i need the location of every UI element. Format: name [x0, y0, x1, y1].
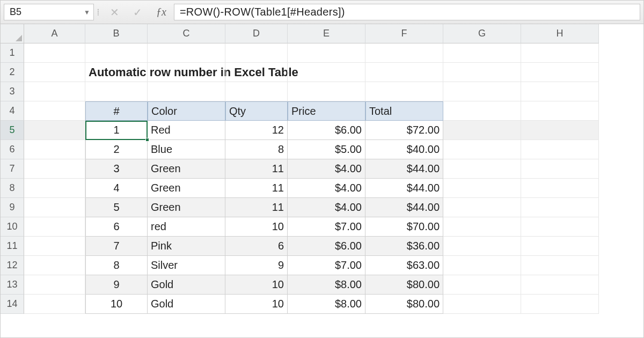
cell-B9[interactable]: 5: [85, 198, 148, 217]
cell-A5[interactable]: [24, 121, 85, 140]
cell-D11[interactable]: 6: [225, 237, 288, 256]
cell-C1[interactable]: [148, 43, 225, 63]
cell-E13[interactable]: $8.00: [288, 275, 365, 295]
cell-H1[interactable]: [521, 43, 599, 63]
cell-H3[interactable]: [521, 82, 599, 101]
cell-B2[interactable]: Automatic row number in Excel Table: [85, 63, 148, 82]
fill-handle[interactable]: [145, 138, 149, 142]
table-header-qty[interactable]: Qty: [225, 101, 288, 121]
cell-A1[interactable]: [24, 43, 85, 63]
cell-C3[interactable]: [148, 82, 225, 101]
cell-D13[interactable]: 10: [225, 275, 288, 295]
cell-E2[interactable]: [288, 63, 365, 82]
cell-H11[interactable]: [521, 237, 599, 256]
col-D[interactable]: D: [225, 24, 288, 43]
cell-B14[interactable]: 10: [85, 295, 148, 314]
row-5[interactable]: 5: [1, 121, 24, 140]
cell-G6[interactable]: [443, 140, 521, 159]
cell-G7[interactable]: [443, 159, 521, 179]
cell-A11[interactable]: [24, 237, 85, 256]
cell-D10[interactable]: 10: [225, 217, 288, 237]
row-11[interactable]: 11: [1, 237, 24, 256]
row-3[interactable]: 3: [1, 82, 24, 101]
cell-B11[interactable]: 7: [85, 237, 148, 256]
cell-G14[interactable]: [443, 295, 521, 314]
cell-G2[interactable]: [443, 63, 521, 82]
name-box[interactable]: B5 ▼: [4, 4, 94, 20]
cell-E1[interactable]: [288, 43, 365, 63]
cell-D7[interactable]: 11: [225, 159, 288, 179]
cell-G3[interactable]: [443, 82, 521, 101]
row-6[interactable]: 6: [1, 140, 24, 159]
col-F[interactable]: F: [365, 24, 443, 43]
cell-B13[interactable]: 9: [85, 275, 148, 295]
cell-A2[interactable]: [24, 63, 85, 82]
cancel-icon[interactable]: ✕: [110, 6, 119, 19]
row-12[interactable]: 12: [1, 256, 24, 275]
cell-H10[interactable]: [521, 217, 599, 237]
cell-E8[interactable]: $4.00: [288, 179, 365, 198]
cell-F14[interactable]: $80.00: [365, 295, 443, 314]
cell-C13[interactable]: Gold: [148, 275, 225, 295]
cell-D12[interactable]: 9: [225, 256, 288, 275]
cell-D3[interactable]: [225, 82, 288, 101]
cell-F11[interactable]: $36.00: [365, 237, 443, 256]
cell-F8[interactable]: $44.00: [365, 179, 443, 198]
row-10[interactable]: 10: [1, 217, 24, 237]
cell-F12[interactable]: $63.00: [365, 256, 443, 275]
cell-C12[interactable]: Silver: [148, 256, 225, 275]
cell-D5[interactable]: 12: [225, 121, 288, 140]
col-C[interactable]: C: [148, 24, 225, 43]
enter-icon[interactable]: ✓: [133, 6, 142, 19]
cell-G10[interactable]: [443, 217, 521, 237]
cell-B12[interactable]: 8: [85, 256, 148, 275]
cell-F3[interactable]: [365, 82, 443, 101]
cell-C6[interactable]: Blue: [148, 140, 225, 159]
cell-C11[interactable]: Pink: [148, 237, 225, 256]
cell-H9[interactable]: [521, 198, 599, 217]
row-1[interactable]: 1: [1, 43, 24, 63]
cell-C7[interactable]: Green: [148, 159, 225, 179]
col-E[interactable]: E: [288, 24, 365, 43]
cell-F9[interactable]: $44.00: [365, 198, 443, 217]
cell-H2[interactable]: [521, 63, 599, 82]
col-G[interactable]: G: [443, 24, 521, 43]
cell-A9[interactable]: [24, 198, 85, 217]
cell-G4[interactable]: [443, 101, 521, 121]
cell-F10[interactable]: $70.00: [365, 217, 443, 237]
cell-C9[interactable]: Green: [148, 198, 225, 217]
cell-D2[interactable]: [225, 63, 288, 82]
cell-A13[interactable]: [24, 275, 85, 295]
col-H[interactable]: H: [521, 24, 599, 43]
cell-D14[interactable]: 10: [225, 295, 288, 314]
formula-input[interactable]: =ROW()-ROW(Table1[#Headers]): [174, 4, 640, 20]
cell-C2[interactable]: [148, 63, 225, 82]
cell-A7[interactable]: [24, 159, 85, 179]
cell-H5[interactable]: [521, 121, 599, 140]
table-header-color[interactable]: Color: [148, 101, 225, 121]
cell-B8[interactable]: 4: [85, 179, 148, 198]
cell-G12[interactable]: [443, 256, 521, 275]
cell-A8[interactable]: [24, 179, 85, 198]
cell-E14[interactable]: $8.00: [288, 295, 365, 314]
cell-E3[interactable]: [288, 82, 365, 101]
table-header-num[interactable]: #: [85, 101, 148, 121]
col-A[interactable]: A: [24, 24, 85, 43]
cell-C8[interactable]: Green: [148, 179, 225, 198]
row-9[interactable]: 9: [1, 198, 24, 217]
cell-G9[interactable]: [443, 198, 521, 217]
cell-G5[interactable]: [443, 121, 521, 140]
cell-H6[interactable]: [521, 140, 599, 159]
col-B[interactable]: B: [85, 24, 148, 43]
cell-F7[interactable]: $44.00: [365, 159, 443, 179]
cell-E11[interactable]: $6.00: [288, 237, 365, 256]
cell-D9[interactable]: 11: [225, 198, 288, 217]
cell-E12[interactable]: $7.00: [288, 256, 365, 275]
cell-C5[interactable]: Red: [148, 121, 225, 140]
cell-A4[interactable]: [24, 101, 85, 121]
cell-E5[interactable]: $6.00: [288, 121, 365, 140]
cell-H4[interactable]: [521, 101, 599, 121]
cell-B10[interactable]: 6: [85, 217, 148, 237]
split-handle-icon[interactable]: ⁞: [96, 1, 100, 24]
cell-C10[interactable]: red: [148, 217, 225, 237]
